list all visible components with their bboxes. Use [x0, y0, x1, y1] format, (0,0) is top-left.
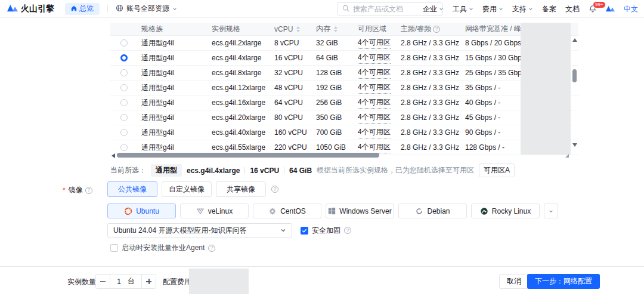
batch-agent-checkbox[interactable]: [110, 244, 118, 252]
instance-count-value[interactable]: 1 台: [110, 274, 142, 289]
zones-link[interactable]: 4个可用区: [358, 127, 391, 138]
language-switcher[interactable]: 中文: [624, 4, 638, 14]
nav-menu-item[interactable]: 企业: [423, 4, 444, 14]
row-select-radio[interactable]: [120, 54, 128, 61]
next-step-button[interactable]: 下一步：网络配置: [527, 274, 600, 289]
batch-agent-row: 启动时安装批量作业Agent: [110, 243, 215, 253]
scroll-up-icon[interactable]: [572, 38, 577, 42]
current-selection-label: 当前所选：: [110, 165, 146, 175]
sort-icon[interactable]: [334, 26, 338, 32]
image-tab[interactable]: 自定义镜像: [162, 181, 212, 197]
zones-link[interactable]: 4个可用区: [358, 38, 391, 49]
row-select-radio[interactable]: [120, 69, 128, 76]
nav-menu-item[interactable]: 备案: [542, 4, 556, 14]
help-icon[interactable]: [208, 245, 215, 252]
row-select-radio[interactable]: [120, 114, 128, 121]
family-cell: 通用型g4il: [137, 98, 208, 108]
os-option-button[interactable]: CentOS: [253, 204, 321, 218]
os-option-button[interactable]: Rocky Linux: [471, 204, 540, 218]
memory-cell: 350 GiB: [312, 113, 354, 122]
row-select-radio[interactable]: [120, 129, 128, 136]
zones-link[interactable]: 4个可用区: [358, 67, 391, 79]
cancel-button[interactable]: 取消: [499, 274, 529, 289]
nav-menu-item[interactable]: 文档: [565, 4, 580, 14]
help-icon[interactable]: [85, 187, 92, 194]
image-tab[interactable]: 共享镜像: [216, 181, 266, 197]
spec-table-row[interactable]: 通用型g4ilecs.g4il.20xlarge80 vCPU350 GiB4个…: [110, 110, 578, 125]
nav-menu-item[interactable]: 工具: [453, 4, 473, 14]
bottom-action-bar: 实例数量 1 台 配置费用 取消 下一步：网络配置: [0, 266, 644, 296]
help-icon[interactable]: [433, 26, 440, 33]
zone-badge: 可用区A: [479, 164, 515, 177]
security-hardening-checkbox[interactable]: [301, 227, 308, 235]
spec-cell: ecs.g4il.55xlarge: [208, 143, 270, 152]
column-header: 规格族: [137, 24, 208, 34]
column-header: 可用区域: [354, 24, 397, 34]
vcpu-cell: 64 vCPU: [270, 98, 312, 107]
nav-menu-item[interactable]: 支持: [512, 4, 533, 14]
row-select-radio[interactable]: [120, 99, 128, 106]
decrease-count-button[interactable]: [95, 274, 110, 289]
centos-icon: [268, 207, 277, 215]
memory-cell: 700 GiB: [312, 128, 354, 137]
user-avatar[interactable]: [606, 5, 615, 14]
spec-table-row[interactable]: 通用型g4ilecs.g4il.2xlarge8 vCPU32 GiB4个可用区…: [110, 36, 578, 51]
scroll-down-icon[interactable]: [572, 143, 577, 147]
family-cell: 通用型g4il: [137, 128, 208, 138]
chevron-down-icon: [499, 7, 503, 11]
os-option-button[interactable]: Ubuntu: [107, 204, 176, 218]
instance-count-stepper: 1 台: [95, 274, 156, 289]
help-icon[interactable]: [344, 227, 351, 234]
horizontal-scrollbar[interactable]: [110, 153, 569, 158]
memory-cell: 32 GiB: [312, 39, 354, 47]
frequency-cell: 2.8 GHz / 3.3 GHz: [397, 143, 461, 152]
image-field-label: 镜像: [63, 185, 92, 195]
spec-table-row[interactable]: 通用型g4ilecs.g4il.16xlarge64 vCPU256 GiB4个…: [110, 95, 578, 110]
zones-link[interactable]: 4个可用区: [358, 112, 391, 124]
frequency-cell: 2.8 GHz / 3.3 GHz: [397, 113, 461, 122]
vcpu-cell: 80 vCPU: [270, 113, 312, 122]
os-options-row: UbuntuveLinuxCentOSWindows ServerDebianR…: [107, 204, 558, 218]
spec-table-row[interactable]: 通用型g4ilecs.g4il.12xlarge48 vCPU192 GiB4个…: [110, 81, 578, 95]
zones-link[interactable]: 4个可用区: [358, 82, 391, 94]
os-option-button[interactable]: Windows Server: [326, 204, 394, 218]
memory-cell: 1050 GiB: [312, 143, 354, 152]
row-select-radio[interactable]: [120, 144, 128, 151]
brand-logo[interactable]: 火山引擎: [7, 4, 54, 14]
zones-link[interactable]: 4个可用区: [358, 53, 391, 64]
horizontal-scrollbar-thumb[interactable]: [117, 153, 379, 158]
vcpu-cell: 220 vCPU: [270, 143, 312, 152]
vertical-scrollbar[interactable]: [571, 23, 578, 159]
image-version-select[interactable]: Ubuntu 24.04 开源大模型应用-知识库问答: [107, 223, 292, 238]
spec-table-row[interactable]: 通用型g4ilecs.g4il.8xlarge32 vCPU128 GiB4个可…: [110, 66, 578, 81]
zones-link[interactable]: 4个可用区: [358, 142, 391, 153]
scroll-left-icon[interactable]: [112, 153, 115, 158]
increase-count-button[interactable]: [141, 274, 156, 289]
frequency-cell: 2.8 GHz / 3.3 GHz: [397, 69, 461, 77]
selected-spec: ecs.g4il.4xlarge: [187, 166, 240, 175]
account-resources-dropdown[interactable]: 账号全部资源: [116, 4, 177, 14]
overview-button[interactable]: 总览: [65, 3, 100, 15]
zone-auto-note: 根据当前所选实例规格，已为您随机选择至可用区: [317, 165, 474, 175]
row-select-radio[interactable]: [120, 39, 128, 47]
spec-cell: ecs.g4il.4xlarge: [208, 54, 270, 62]
column-header: 内存: [312, 24, 354, 34]
os-option-button[interactable]: Debian: [398, 204, 467, 218]
spec-table-row[interactable]: 通用型g4ilecs.g4il.40xlarge160 vCPU700 GiB4…: [110, 125, 578, 140]
os-option-button[interactable]: veLinux: [180, 204, 249, 218]
more-os-button[interactable]: [544, 204, 558, 218]
image-tab[interactable]: 公共镜像: [107, 181, 157, 197]
notifications-button[interactable]: 99+: [589, 4, 597, 14]
column-header: vCPU: [270, 25, 312, 33]
help-icon[interactable]: [271, 186, 278, 193]
zones-link[interactable]: 4个可用区: [358, 97, 391, 109]
row-select-radio[interactable]: [120, 84, 128, 91]
sort-icon[interactable]: [296, 26, 300, 32]
family-cell: 通用型g4il: [137, 83, 208, 93]
spec-table-row[interactable]: 通用型g4ilecs.g4il.4xlarge16 vCPU64 GiB4个可用…: [110, 51, 578, 66]
chevron-down-icon: [439, 7, 444, 11]
nav-menu-item[interactable]: 费用: [482, 4, 503, 14]
chevron-down-icon: [528, 7, 533, 11]
frequency-cell: 2.8 GHz / 3.3 GHz: [397, 84, 461, 92]
vertical-scrollbar-thumb[interactable]: [572, 69, 577, 82]
